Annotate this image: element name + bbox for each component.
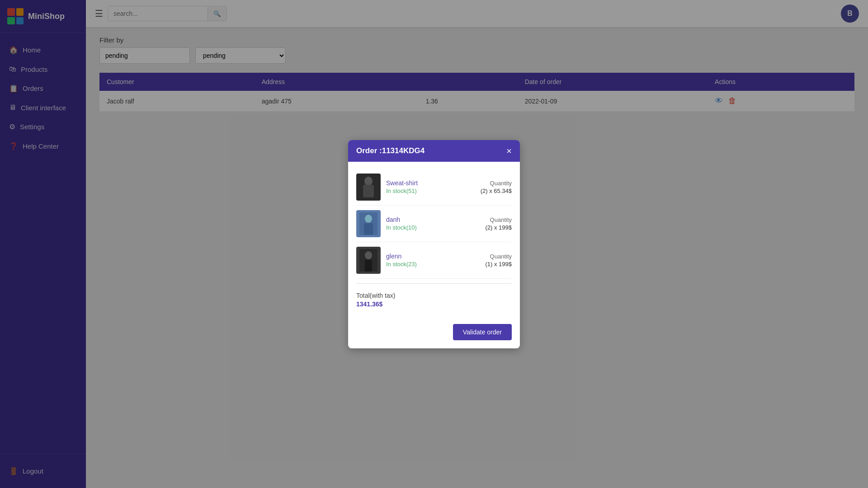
item-quantity-danh: Quantity (2) x 199$ bbox=[485, 216, 512, 231]
svg-rect-4 bbox=[364, 223, 373, 235]
order-item-sweatshirt: Sweat-shirt In stock(51) Quantity (2) x … bbox=[356, 169, 512, 206]
item-image-glenn bbox=[356, 247, 381, 274]
total-label: Total(with tax) bbox=[356, 292, 512, 299]
total-section: Total(with tax) 1341.36$ bbox=[356, 288, 512, 311]
item-qty-label-danh: Quantity bbox=[485, 216, 512, 223]
svg-point-3 bbox=[365, 215, 372, 223]
modal-header: Order :11314KDG4 × bbox=[348, 140, 520, 162]
item-quantity-glenn: Quantity (1) x 199$ bbox=[485, 253, 512, 267]
item-qty-value-danh: (2) x 199$ bbox=[485, 224, 512, 231]
modal-close-button[interactable]: × bbox=[506, 146, 512, 155]
modal-overlay[interactable]: Order :11314KDG4 × Sweat-shirt In stock(… bbox=[0, 0, 868, 488]
item-info-sweatshirt: Sweat-shirt In stock(51) bbox=[386, 179, 475, 194]
main-content: ☰ 🔍 B Filter by pending completed cancel… bbox=[86, 0, 868, 488]
item-stock-sweatshirt: In stock(51) bbox=[386, 188, 475, 194]
modal-divider bbox=[356, 283, 512, 284]
modal-title: Order :11314KDG4 bbox=[356, 146, 425, 155]
order-item-glenn: glenn In stock(23) Quantity (1) x 199$ bbox=[356, 242, 512, 279]
item-quantity-sweatshirt: Quantity (2) x 65.34$ bbox=[481, 180, 512, 194]
item-image-danh bbox=[356, 210, 381, 237]
item-qty-value-sweatshirt: (2) x 65.34$ bbox=[481, 188, 512, 194]
item-stock-danh: In stock(10) bbox=[386, 224, 480, 231]
item-image-sweatshirt bbox=[356, 174, 381, 201]
item-info-danh: danh In stock(10) bbox=[386, 216, 480, 231]
order-item-danh: danh In stock(10) Quantity (2) x 199$ bbox=[356, 206, 512, 242]
svg-point-6 bbox=[365, 251, 372, 259]
item-name-danh: danh bbox=[386, 216, 480, 223]
order-modal: Order :11314KDG4 × Sweat-shirt In stock(… bbox=[348, 140, 520, 348]
svg-point-0 bbox=[364, 177, 373, 186]
svg-rect-7 bbox=[365, 260, 372, 272]
total-value: 1341.36$ bbox=[356, 300, 512, 308]
item-name-sweatshirt: Sweat-shirt bbox=[386, 179, 475, 187]
item-info-glenn: glenn In stock(23) bbox=[386, 253, 480, 267]
item-qty-label-sweatshirt: Quantity bbox=[481, 180, 512, 187]
item-name-glenn: glenn bbox=[386, 253, 480, 260]
item-qty-value-glenn: (1) x 199$ bbox=[485, 261, 512, 267]
modal-body: Sweat-shirt In stock(51) Quantity (2) x … bbox=[348, 162, 520, 319]
item-stock-glenn: In stock(23) bbox=[386, 261, 480, 267]
validate-order-button[interactable]: Validate order bbox=[453, 324, 512, 340]
item-qty-label-glenn: Quantity bbox=[485, 253, 512, 260]
svg-rect-1 bbox=[363, 185, 374, 197]
modal-footer: Validate order bbox=[348, 319, 520, 348]
